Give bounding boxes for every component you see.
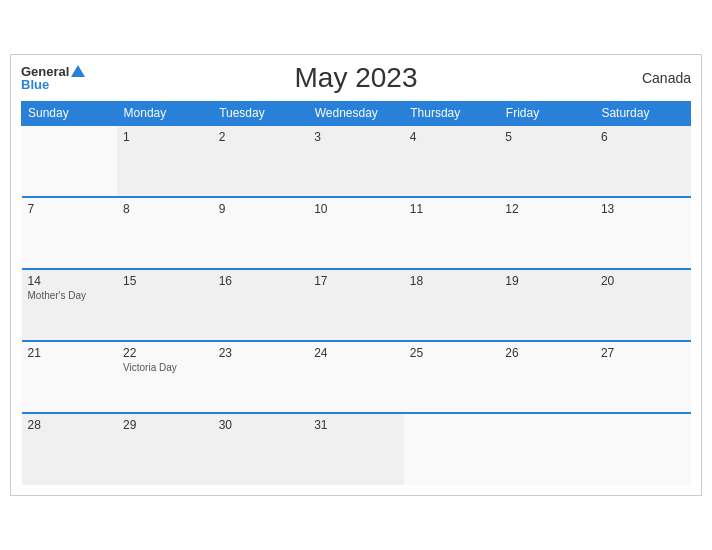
day-number: 27	[601, 346, 685, 360]
calendar-cell: 12	[499, 197, 595, 269]
calendar-cell: 9	[213, 197, 309, 269]
country-label: Canada	[642, 70, 691, 86]
calendar-cell: 21	[22, 341, 118, 413]
calendar-cell: 25	[404, 341, 500, 413]
calendar-cell	[595, 413, 691, 485]
calendar-title: May 2023	[295, 62, 418, 94]
calendar-cell: 31	[308, 413, 404, 485]
day-headers-row: SundayMondayTuesdayWednesdayThursdayFrid…	[22, 102, 691, 126]
day-number: 15	[123, 274, 207, 288]
day-number: 3	[314, 130, 398, 144]
day-number: 9	[219, 202, 303, 216]
logo-triangle-icon	[71, 65, 85, 77]
day-number: 26	[505, 346, 589, 360]
day-number: 25	[410, 346, 494, 360]
calendar-cell: 5	[499, 125, 595, 197]
calendar-cell: 30	[213, 413, 309, 485]
day-number: 5	[505, 130, 589, 144]
logo: General Blue	[21, 65, 85, 91]
calendar-container: General Blue May 2023 Canada SundayMonda…	[10, 54, 702, 496]
calendar-cell: 20	[595, 269, 691, 341]
day-number: 6	[601, 130, 685, 144]
day-number: 18	[410, 274, 494, 288]
calendar-cell: 18	[404, 269, 500, 341]
logo-blue-text: Blue	[21, 78, 85, 91]
day-event: Mother's Day	[28, 290, 112, 301]
day-header-tuesday: Tuesday	[213, 102, 309, 126]
calendar-cell: 15	[117, 269, 213, 341]
week-row-3: 14Mother's Day151617181920	[22, 269, 691, 341]
calendar-cell: 23	[213, 341, 309, 413]
calendar-cell: 14Mother's Day	[22, 269, 118, 341]
day-number: 28	[28, 418, 112, 432]
calendar-header: General Blue May 2023 Canada	[21, 65, 691, 91]
day-header-friday: Friday	[499, 102, 595, 126]
calendar-cell: 28	[22, 413, 118, 485]
calendar-cell: 2	[213, 125, 309, 197]
week-row-2: 78910111213	[22, 197, 691, 269]
calendar-cell: 16	[213, 269, 309, 341]
day-header-monday: Monday	[117, 102, 213, 126]
day-number: 16	[219, 274, 303, 288]
calendar-cell: 1	[117, 125, 213, 197]
calendar-cell: 19	[499, 269, 595, 341]
day-number: 2	[219, 130, 303, 144]
calendar-cell: 11	[404, 197, 500, 269]
week-row-1: 123456	[22, 125, 691, 197]
calendar-cell: 4	[404, 125, 500, 197]
day-header-saturday: Saturday	[595, 102, 691, 126]
calendar-cell	[499, 413, 595, 485]
day-number: 12	[505, 202, 589, 216]
day-number: 7	[28, 202, 112, 216]
week-row-4: 2122Victoria Day2324252627	[22, 341, 691, 413]
calendar-cell: 8	[117, 197, 213, 269]
day-number: 13	[601, 202, 685, 216]
calendar-cell: 24	[308, 341, 404, 413]
calendar-cell: 6	[595, 125, 691, 197]
calendar-cell: 22Victoria Day	[117, 341, 213, 413]
calendar-cell: 7	[22, 197, 118, 269]
day-number: 4	[410, 130, 494, 144]
calendar-cell: 13	[595, 197, 691, 269]
calendar-cell: 10	[308, 197, 404, 269]
day-number: 8	[123, 202, 207, 216]
day-number: 10	[314, 202, 398, 216]
day-header-sunday: Sunday	[22, 102, 118, 126]
day-header-wednesday: Wednesday	[308, 102, 404, 126]
day-number: 31	[314, 418, 398, 432]
calendar-cell: 26	[499, 341, 595, 413]
calendar-table: SundayMondayTuesdayWednesdayThursdayFrid…	[21, 101, 691, 485]
calendar-cell: 3	[308, 125, 404, 197]
day-number: 30	[219, 418, 303, 432]
day-number: 21	[28, 346, 112, 360]
day-number: 24	[314, 346, 398, 360]
day-number: 19	[505, 274, 589, 288]
day-number: 20	[601, 274, 685, 288]
day-number: 23	[219, 346, 303, 360]
day-number: 1	[123, 130, 207, 144]
calendar-cell: 27	[595, 341, 691, 413]
day-event: Victoria Day	[123, 362, 207, 373]
day-number: 14	[28, 274, 112, 288]
day-number: 17	[314, 274, 398, 288]
calendar-cell	[404, 413, 500, 485]
day-number: 29	[123, 418, 207, 432]
day-number: 11	[410, 202, 494, 216]
week-row-5: 28293031	[22, 413, 691, 485]
day-number: 22	[123, 346, 207, 360]
calendar-cell: 29	[117, 413, 213, 485]
day-header-thursday: Thursday	[404, 102, 500, 126]
calendar-cell	[22, 125, 118, 197]
calendar-cell: 17	[308, 269, 404, 341]
